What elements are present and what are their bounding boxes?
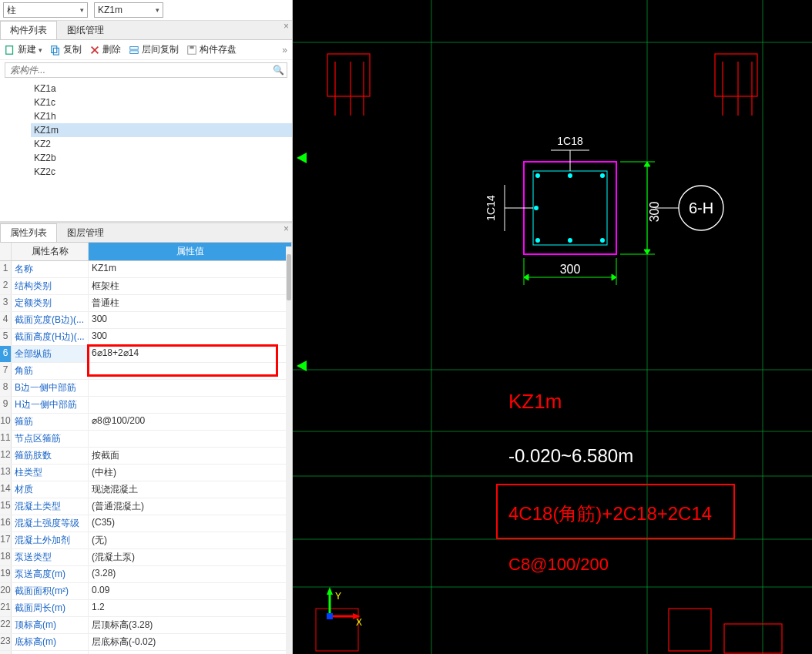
property-value[interactable]: KZ1m <box>89 261 292 277</box>
property-value[interactable]: 层顶标高(3.28) <box>89 617 292 633</box>
svg-rect-19 <box>715 54 757 96</box>
property-value[interactable]: (无) <box>89 532 292 548</box>
chevron-right-icon[interactable]: » <box>282 45 287 55</box>
property-value[interactable]: 普通柱 <box>89 295 292 311</box>
component-item-KZ2b[interactable]: KZ2b <box>31 151 292 165</box>
svg-point-27 <box>568 238 572 243</box>
property-row[interactable]: 17混凝土外加剂(无) <box>0 532 292 549</box>
new-button[interactable]: 新建 ▾ <box>5 43 42 56</box>
svg-rect-51 <box>669 609 711 651</box>
property-name: 箍筋肢数 <box>12 448 89 464</box>
property-value[interactable]: (C35) <box>89 515 292 532</box>
component-item-KZ2[interactable]: KZ2 <box>31 137 292 151</box>
property-value[interactable] <box>89 363 292 379</box>
scrollbar[interactable] <box>286 247 292 654</box>
property-row[interactable]: 11节点区箍筋 <box>0 431 292 448</box>
property-value[interactable]: (中柱) <box>89 465 292 481</box>
property-value[interactable]: 1.2 <box>89 600 292 616</box>
component-save-button[interactable]: 构件存盘 <box>186 43 237 56</box>
property-value[interactable]: 0.09 <box>89 583 292 599</box>
cad-highlight-box <box>496 484 735 539</box>
component-list[interactable]: KZ1aKZ1cKZ1hKZ1mKZ2KZ2bKZ2c <box>0 80 292 221</box>
property-value[interactable] <box>89 651 292 654</box>
property-row[interactable]: 5截面高度(H边)(...300 <box>0 329 292 346</box>
property-grid[interactable]: 1名称KZ1m2结构类别框架柱3定额类别普通柱4截面宽度(B边)(...3005… <box>0 261 292 654</box>
property-row[interactable]: 16混凝土强度等级(C35) <box>0 515 292 532</box>
property-value[interactable]: (普通混凝土) <box>89 498 292 515</box>
property-name: 柱类型 <box>12 465 89 481</box>
property-row[interactable]: 12箍筋肢数按截面 <box>0 448 292 465</box>
property-value[interactable]: 现浇混凝土 <box>89 481 292 498</box>
row-number: 7 <box>0 363 12 379</box>
close-icon[interactable]: × <box>284 21 289 32</box>
tab-property-list[interactable]: 属性列表 <box>0 223 57 242</box>
svg-rect-2 <box>53 48 59 55</box>
property-row[interactable]: 3定额类别普通柱 <box>0 295 292 312</box>
copy-icon <box>50 45 61 55</box>
property-value[interactable]: 300 <box>89 329 292 345</box>
property-row[interactable]: 15混凝土类型(普通混凝土) <box>0 498 292 515</box>
scroll-thumb[interactable] <box>287 254 291 300</box>
property-value[interactable]: 框架柱 <box>89 278 292 294</box>
property-row[interactable]: 8B边一侧中部筋 <box>0 380 292 397</box>
property-value[interactable] <box>89 380 292 396</box>
property-row[interactable]: 23底标高(m)层底标高(-0.02) <box>0 634 292 651</box>
property-value[interactable]: (混凝土泵) <box>89 549 292 565</box>
property-row[interactable]: 14材质现浇混凝土 <box>0 481 292 498</box>
tab-layer-manage[interactable]: 图层管理 <box>57 223 114 242</box>
svg-point-25 <box>600 238 605 243</box>
property-row[interactable]: 22顶标高(m)层顶标高(3.28) <box>0 617 292 634</box>
property-row[interactable]: 2结构类别框架柱 <box>0 278 292 295</box>
property-name: 名称 <box>12 261 89 277</box>
category-value: 柱 <box>7 4 16 17</box>
column-header-value[interactable]: 属性值 <box>89 243 292 261</box>
component-item-KZ1c[interactable]: KZ1c <box>31 96 292 109</box>
component-item-KZ2c[interactable]: KZ2c <box>31 165 292 179</box>
delete-button[interactable]: 删除 <box>89 43 121 56</box>
property-row[interactable]: 6全部纵筋6⌀18+2⌀14 <box>0 346 292 363</box>
row-number: 24 <box>0 651 12 654</box>
tab-drawing-manage[interactable]: 图纸管理 <box>57 21 114 39</box>
property-value[interactable]: 300 <box>89 312 292 328</box>
chevron-down-icon: ▾ <box>39 46 42 54</box>
property-row[interactable]: 19泵送高度(m)(3.28) <box>0 566 292 583</box>
property-name: 截面面积(m²) <box>12 583 89 599</box>
copy-button[interactable]: 复制 <box>50 43 82 56</box>
component-item-KZ1a[interactable]: KZ1a <box>31 82 292 96</box>
property-value[interactable]: 6⌀18+2⌀14 <box>89 346 292 362</box>
tab-component-list[interactable]: 构件列表 <box>0 21 57 39</box>
svg-point-26 <box>568 173 572 178</box>
component-dropdown[interactable]: KZ1m ▾ <box>94 2 163 18</box>
property-value[interactable]: 层底标高(-0.02) <box>89 634 292 650</box>
close-icon[interactable]: × <box>284 223 289 234</box>
component-item-KZ1h[interactable]: KZ1h <box>31 109 292 123</box>
column-header-name[interactable]: 属性名称 <box>12 243 89 261</box>
property-value[interactable]: ⌀8@100/200 <box>89 414 292 430</box>
property-value[interactable]: 按截面 <box>89 448 292 464</box>
delete-icon <box>89 45 100 55</box>
search-icon[interactable]: 🔍 <box>273 65 284 75</box>
layer-copy-button[interactable]: 层间复制 <box>129 43 179 56</box>
property-name: 泵送高度(m) <box>12 566 89 582</box>
grid-corner <box>0 243 12 261</box>
property-row[interactable]: 1名称KZ1m <box>0 261 292 278</box>
property-row[interactable]: 7角筋 <box>0 363 292 380</box>
property-row[interactable]: 13柱类型(中柱) <box>0 465 292 481</box>
property-row[interactable]: 10箍筋⌀8@100/200 <box>0 414 292 431</box>
property-row[interactable]: 20截面面积(m²)0.09 <box>0 583 292 600</box>
component-value: KZ1m <box>98 5 122 15</box>
property-row[interactable]: 18泵送类型(混凝土泵) <box>0 549 292 566</box>
property-row[interactable]: 4截面宽度(B边)(...300 <box>0 312 292 329</box>
property-row[interactable]: 9H边一侧中部筋 <box>0 397 292 414</box>
property-value[interactable] <box>89 431 292 447</box>
property-row[interactable]: 21截面周长(m)1.2 <box>0 600 292 617</box>
row-number: 13 <box>0 465 12 481</box>
category-dropdown[interactable]: 柱 ▾ <box>3 2 88 18</box>
property-row[interactable]: 24备注 <box>0 651 292 654</box>
property-value[interactable] <box>89 397 292 413</box>
save-label: 构件存盘 <box>200 43 237 56</box>
search-input[interactable] <box>5 62 287 78</box>
cad-viewport[interactable]: 6-H 1C18 1C14 300 300 KZ1m -0.020~6.580m… <box>293 0 812 654</box>
property-value[interactable]: (3.28) <box>89 566 292 582</box>
component-item-KZ1m[interactable]: KZ1m <box>31 123 292 137</box>
